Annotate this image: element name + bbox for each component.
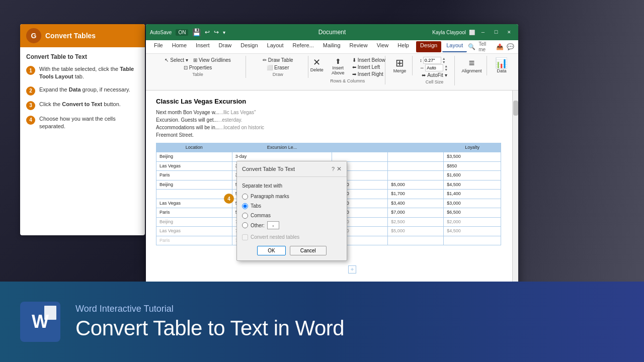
col-header-location: Location [156,143,232,152]
menu-view[interactable]: View [373,41,393,52]
alignment-icon: ≡ [469,58,475,68]
menu-table-design[interactable]: Design [416,41,441,52]
dropdown-icon[interactable]: ▾ [223,30,225,35]
table-row: Beijing3-day$3,500 [156,152,501,162]
radio-paragraph-input[interactable] [242,194,248,200]
data-icon: 📊 [495,58,508,68]
undo-icon[interactable]: ↩ [205,29,210,36]
height-up[interactable]: ▲ [442,57,446,60]
eraser-button[interactable]: ⬜ Eraser [265,64,291,71]
menu-draw[interactable]: Draw [215,41,236,52]
radio-commas-label: Commas [251,212,271,219]
maximize-button[interactable]: ☐ [491,29,501,36]
sidebar-header: G Convert Tables [20,24,145,47]
save-icon[interactable]: 💾 [192,28,201,36]
width-up[interactable]: ▲ [444,64,448,68]
search-icon[interactable]: 🔍 [468,43,475,50]
menu-mailing[interactable]: Mailing [319,41,345,52]
dialog-title-bar: Convert Table To Text ? ✕ [237,161,347,177]
width-input[interactable] [425,64,443,71]
radio-other-input[interactable] [242,222,248,228]
autofit-button[interactable]: ⬌ AutoFit ▾ [420,72,449,78]
width-down[interactable]: ▼ [444,68,448,71]
title-bar: AutoSave ON 💾 ↩ ↪ ▾ Document Kayla Clayp… [146,24,518,40]
menu-design[interactable]: Design [236,41,262,52]
menu-table-layout[interactable]: Layout [442,41,467,52]
rows-cols-label: Rows & Columns [330,78,365,83]
radio-other[interactable]: Other: [242,222,265,229]
radio-tabs[interactable]: Tabs [242,202,342,210]
menu-help[interactable]: Help [393,41,413,52]
insert-above-button[interactable]: ⬆ Insert Above [328,57,348,76]
merge-button[interactable]: ⊞ Merge [390,57,409,74]
menu-bar: File Home Insert Draw Design Layout Refe… [146,40,518,54]
step-4-badge: 4 [224,194,234,204]
radio-tabs-input[interactable] [242,203,248,209]
insert-right-button[interactable]: ➡ Insert Right [350,71,387,77]
menu-insert[interactable]: Insert [192,41,214,52]
nested-tables-checkbox[interactable] [242,234,248,240]
draw-table-button[interactable]: ✏ Draw Table [261,57,295,63]
user-name: Kayla Claypool [432,30,466,35]
width-spinner[interactable]: ▲ ▼ [444,64,448,71]
radio-commas-input[interactable] [242,213,248,219]
eraser-icon: ⬜ [267,65,273,70]
scrollbar[interactable] [512,90,518,282]
scrollbar-thumb[interactable] [513,101,518,116]
menu-review[interactable]: Review [346,41,372,52]
cancel-button[interactable]: Cancel [290,246,327,255]
properties-button[interactable]: ⊡ Properties [182,64,214,71]
insert-left-button[interactable]: ⬅ Insert Left [350,64,387,70]
radio-commas[interactable]: Commas [242,212,342,219]
insert-below-button[interactable]: ⬇ Insert Below [350,57,387,63]
properties-icon: ⊡ [184,65,188,70]
banner-subtitle: Word Interactive Tutorial [75,304,344,314]
ribbon-toggle-icon[interactable]: ⬜ [469,30,475,35]
ribbon-group-merge: ⊞ Merge [387,56,413,75]
ribbon-content: ↖ Select ▾ ⊞ View Gridlines ⊡ Properties… [146,54,518,90]
step-badge-2: 2 [26,86,35,96]
dialog-help-button[interactable]: ? [332,165,335,173]
step-text-2: Expand the Data group, if necessary. [39,86,130,94]
col-header-loyalty: Loyalty [444,143,501,152]
ok-button[interactable]: OK [257,246,285,255]
alignment-button[interactable]: ≡ Alignment [459,57,484,74]
autosave-badge: ON [176,29,188,36]
add-row-button[interactable]: + [348,265,356,274]
radio-paragraph[interactable]: Paragraph marks [242,193,342,200]
ribbon-group-rows-cols: ✕ Delete ⬆ Insert Above ⬇ Insert Below [310,56,385,84]
other-value-input[interactable] [267,221,279,229]
share-icon[interactable]: 📤 [496,43,504,50]
table-group-label: Table [192,72,203,77]
ribbon-group-draw: ✏ Draw Table ⬜ Eraser Draw [248,56,308,78]
title-bar-right: Kayla Claypool ⬜ ─ ☐ ✕ [432,29,514,36]
select-button[interactable]: ↖ Select ▾ [163,57,190,63]
comments-icon[interactable]: 💬 [507,43,514,50]
radio-paragraph-label: Paragraph marks [251,193,289,200]
ribbon-group-alignment: ≡ Alignment [457,56,487,75]
dialog-title: Convert Table To Text [242,165,295,173]
dialog-close-button[interactable]: ✕ [337,164,342,173]
sidebar-step-3: 3 Click the Convert to Text button. [26,101,139,110]
nested-tables-row: Convert nested tables [242,233,342,241]
menu-layout[interactable]: Layout [263,41,288,52]
sidebar-step-4: 4 Choose how you want the cells separate… [26,115,139,131]
height-down[interactable]: ▼ [442,60,446,64]
minimize-button[interactable]: ─ [478,29,488,36]
menu-file[interactable]: File [150,41,167,52]
data-button[interactable]: 📊 Data [493,57,511,74]
menu-home[interactable]: Home [168,41,191,52]
view-gridlines-button[interactable]: ⊞ View Gridlines [191,57,233,63]
height-input[interactable] [423,57,441,64]
bottom-banner: W Word Interactive Tutorial Convert Tabl… [0,282,644,362]
tell-me-input[interactable]: Tell me [478,41,493,52]
ribbon-group-table: ↖ Select ▾ ⊞ View Gridlines ⊡ Properties… [150,56,246,78]
banner-text: Word Interactive Tutorial Convert Table … [75,304,344,340]
delete-button[interactable]: ✕ Delete [308,57,326,73]
height-spinner[interactable]: ▲ ▼ [442,57,446,64]
draw-table-icon: ✏ [263,57,267,63]
menu-references[interactable]: Refere... [289,41,318,52]
close-button[interactable]: ✕ [504,29,514,36]
merge-icon: ⊞ [395,58,404,68]
redo-icon[interactable]: ↪ [214,29,219,36]
